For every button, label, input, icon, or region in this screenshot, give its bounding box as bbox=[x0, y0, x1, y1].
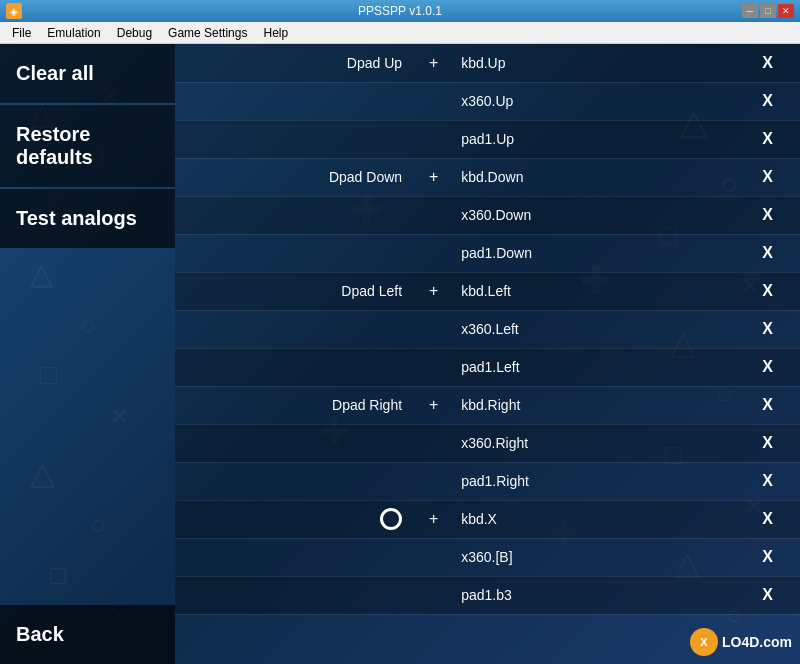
clear-all-button[interactable]: Clear all bbox=[0, 44, 175, 103]
remove-binding-button[interactable]: X bbox=[735, 158, 800, 196]
action-cell: Dpad Down bbox=[175, 158, 412, 196]
plus-cell bbox=[412, 196, 455, 234]
action-cell bbox=[175, 120, 412, 158]
action-cell bbox=[175, 234, 412, 272]
menu-file[interactable]: File bbox=[4, 24, 39, 42]
menu-bar: File Emulation Debug Game Settings Help bbox=[0, 22, 800, 44]
table-row: pad1.DownX bbox=[175, 234, 800, 272]
sidebar-spacer bbox=[0, 250, 175, 605]
table-row: x360.RightX bbox=[175, 424, 800, 462]
binding-cell[interactable]: pad1.Down bbox=[455, 234, 735, 272]
remove-binding-button[interactable]: X bbox=[735, 196, 800, 234]
close-button[interactable]: ✕ bbox=[778, 4, 794, 18]
test-analogs-button[interactable]: Test analogs bbox=[0, 189, 175, 248]
action-cell: Dpad Up bbox=[175, 44, 412, 82]
table-row: Dpad Left+kbd.LeftX bbox=[175, 272, 800, 310]
table-row: x360.DownX bbox=[175, 196, 800, 234]
binding-cell[interactable]: x360.Right bbox=[455, 424, 735, 462]
watermark-logo: X bbox=[690, 628, 718, 656]
table-row: Dpad Right+kbd.RightX bbox=[175, 386, 800, 424]
table-row: x360.LeftX bbox=[175, 310, 800, 348]
app-icon: ◈ bbox=[6, 3, 22, 19]
mapping-table: Dpad Up+kbd.UpXx360.UpXpad1.UpXDpad Down… bbox=[175, 44, 800, 615]
action-cell bbox=[175, 576, 412, 614]
menu-emulation[interactable]: Emulation bbox=[39, 24, 108, 42]
title-bar-controls: ─ □ ✕ bbox=[742, 4, 794, 18]
menu-debug[interactable]: Debug bbox=[109, 24, 160, 42]
minimize-button[interactable]: ─ bbox=[742, 4, 758, 18]
remove-binding-button[interactable]: X bbox=[735, 234, 800, 272]
plus-cell: + bbox=[412, 44, 455, 82]
watermark: X LO4D.com bbox=[690, 628, 792, 656]
plus-cell: + bbox=[412, 272, 455, 310]
plus-cell: + bbox=[412, 158, 455, 196]
title-bar-title: PPSSPP v1.0.1 bbox=[358, 4, 442, 18]
remove-binding-button[interactable]: X bbox=[735, 386, 800, 424]
plus-cell bbox=[412, 82, 455, 120]
remove-binding-button[interactable]: X bbox=[735, 310, 800, 348]
binding-cell[interactable]: x360.Up bbox=[455, 82, 735, 120]
binding-cell[interactable]: kbd.X bbox=[455, 500, 735, 538]
remove-binding-button[interactable]: X bbox=[735, 424, 800, 462]
plus-cell bbox=[412, 120, 455, 158]
title-bar: ◈ PPSSPP v1.0.1 ─ □ ✕ bbox=[0, 0, 800, 22]
table-area: Dpad Up+kbd.UpXx360.UpXpad1.UpXDpad Down… bbox=[175, 44, 800, 664]
action-cell bbox=[175, 348, 412, 386]
table-row: x360.UpX bbox=[175, 82, 800, 120]
action-cell bbox=[175, 500, 412, 538]
table-row: pad1.RightX bbox=[175, 462, 800, 500]
plus-cell bbox=[412, 576, 455, 614]
action-cell bbox=[175, 310, 412, 348]
table-row: x360.[B]X bbox=[175, 538, 800, 576]
remove-binding-button[interactable]: X bbox=[735, 538, 800, 576]
remove-binding-button[interactable]: X bbox=[735, 120, 800, 158]
binding-cell[interactable]: kbd.Down bbox=[455, 158, 735, 196]
plus-cell bbox=[412, 234, 455, 272]
table-row: pad1.LeftX bbox=[175, 348, 800, 386]
binding-cell[interactable]: pad1.Up bbox=[455, 120, 735, 158]
menu-help[interactable]: Help bbox=[255, 24, 296, 42]
table-row: Dpad Up+kbd.UpX bbox=[175, 44, 800, 82]
plus-cell bbox=[412, 538, 455, 576]
left-sidebar: Clear all Restore defaults Test analogs … bbox=[0, 44, 175, 664]
plus-cell bbox=[412, 310, 455, 348]
action-cell bbox=[175, 424, 412, 462]
title-bar-left: ◈ bbox=[6, 3, 22, 19]
circle-symbol bbox=[380, 508, 402, 530]
remove-binding-button[interactable]: X bbox=[735, 272, 800, 310]
binding-cell[interactable]: x360.Down bbox=[455, 196, 735, 234]
table-row: Dpad Down+kbd.DownX bbox=[175, 158, 800, 196]
menu-game-settings[interactable]: Game Settings bbox=[160, 24, 255, 42]
main-content: △ ○ □ ✕ △ ○ □ ✕ △ ○ □ ✕ △ ○ □ ✕ △ ○ □ ✕ … bbox=[0, 44, 800, 664]
plus-cell bbox=[412, 462, 455, 500]
binding-cell[interactable]: pad1.Right bbox=[455, 462, 735, 500]
remove-binding-button[interactable]: X bbox=[735, 576, 800, 614]
plus-cell: + bbox=[412, 500, 455, 538]
binding-cell[interactable]: pad1.Left bbox=[455, 348, 735, 386]
remove-binding-button[interactable]: X bbox=[735, 44, 800, 82]
action-cell bbox=[175, 462, 412, 500]
plus-cell: + bbox=[412, 386, 455, 424]
maximize-button[interactable]: □ bbox=[760, 4, 776, 18]
binding-cell[interactable]: kbd.Left bbox=[455, 272, 735, 310]
plus-cell bbox=[412, 424, 455, 462]
binding-cell[interactable]: pad1.b3 bbox=[455, 576, 735, 614]
action-cell: Dpad Left bbox=[175, 272, 412, 310]
binding-cell[interactable]: x360.[B] bbox=[455, 538, 735, 576]
binding-cell[interactable]: kbd.Up bbox=[455, 44, 735, 82]
remove-binding-button[interactable]: X bbox=[735, 82, 800, 120]
binding-cell[interactable]: kbd.Right bbox=[455, 386, 735, 424]
remove-binding-button[interactable]: X bbox=[735, 348, 800, 386]
binding-cell[interactable]: x360.Left bbox=[455, 310, 735, 348]
table-row: +kbd.XX bbox=[175, 500, 800, 538]
restore-defaults-button[interactable]: Restore defaults bbox=[0, 105, 175, 187]
table-row: pad1.b3X bbox=[175, 576, 800, 614]
back-button[interactable]: Back bbox=[0, 605, 175, 664]
watermark-text: LO4D.com bbox=[722, 634, 792, 650]
table-row: pad1.UpX bbox=[175, 120, 800, 158]
action-cell bbox=[175, 196, 412, 234]
action-cell: Dpad Right bbox=[175, 386, 412, 424]
remove-binding-button[interactable]: X bbox=[735, 462, 800, 500]
action-cell bbox=[175, 538, 412, 576]
remove-binding-button[interactable]: X bbox=[735, 500, 800, 538]
